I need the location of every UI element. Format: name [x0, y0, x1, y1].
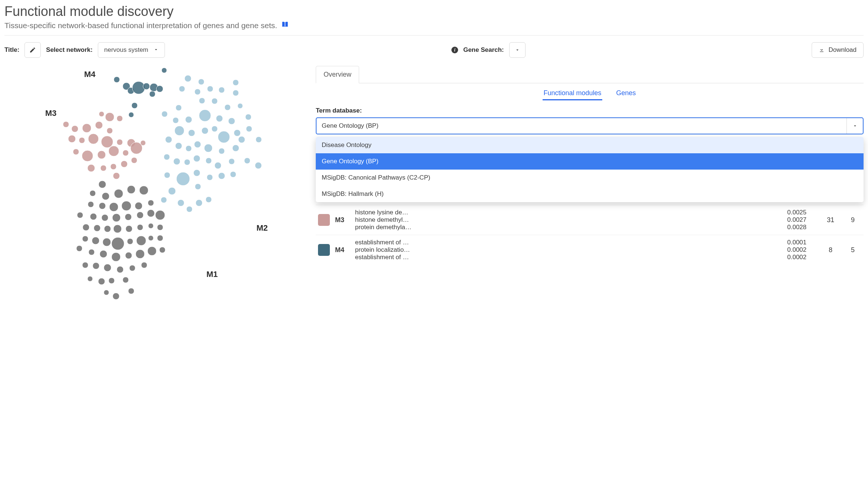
cluster-node[interactable]: [245, 114, 251, 120]
cluster-node[interactable]: [82, 150, 93, 161]
cluster-node[interactable]: [107, 128, 113, 134]
cluster-node[interactable]: [77, 212, 83, 218]
cluster-node[interactable]: [186, 206, 192, 212]
cluster-node[interactable]: [232, 145, 239, 151]
cluster-node[interactable]: [113, 173, 120, 179]
cluster-node[interactable]: [195, 89, 201, 95]
cluster-node[interactable]: [102, 214, 108, 221]
cluster-node[interactable]: [161, 197, 167, 203]
cluster-node[interactable]: [216, 115, 223, 122]
cluster-node[interactable]: [105, 113, 114, 121]
cluster-node[interactable]: [117, 266, 123, 273]
cluster-node[interactable]: [234, 130, 241, 136]
cluster-node[interactable]: [255, 162, 262, 169]
cluster-node[interactable]: [130, 142, 142, 154]
cluster-node[interactable]: [117, 116, 123, 121]
cluster-node[interactable]: [186, 146, 192, 151]
cluster-node[interactable]: [188, 130, 195, 136]
book-icon[interactable]: [281, 21, 289, 30]
cluster-node[interactable]: [238, 136, 245, 143]
cluster-node[interactable]: [157, 224, 163, 230]
cluster-node[interactable]: [157, 235, 163, 241]
cluster-node[interactable]: [185, 116, 192, 123]
cluster-node[interactable]: [79, 137, 85, 143]
term-database-chevron[interactable]: [847, 118, 863, 134]
cluster-node[interactable]: [88, 201, 94, 207]
cluster-node[interactable]: [114, 77, 120, 83]
cluster-node[interactable]: [206, 197, 212, 203]
cluster-node[interactable]: [112, 237, 124, 250]
cluster-node[interactable]: [110, 164, 116, 170]
cluster-node[interactable]: [113, 225, 122, 233]
cluster-node[interactable]: [99, 203, 106, 209]
cluster-node[interactable]: [123, 277, 129, 283]
cluster-node[interactable]: [93, 263, 99, 269]
cluster-node[interactable]: [104, 290, 109, 295]
cluster-node[interactable]: [204, 144, 212, 152]
cluster-node[interactable]: [101, 136, 113, 148]
cluster-node[interactable]: [82, 262, 88, 268]
cluster-node[interactable]: [132, 103, 138, 108]
cluster-node[interactable]: [212, 126, 218, 132]
cluster-node[interactable]: [121, 161, 127, 167]
cluster-node[interactable]: [109, 203, 118, 211]
cluster-node[interactable]: [100, 165, 106, 171]
cluster-node[interactable]: [127, 185, 135, 194]
edit-title-button[interactable]: [24, 42, 41, 58]
cluster-node[interactable]: [229, 158, 235, 164]
cluster-node[interactable]: [202, 127, 208, 134]
cluster-node[interactable]: [178, 200, 184, 206]
cluster-node[interactable]: [143, 83, 150, 90]
cluster-node[interactable]: [137, 212, 143, 218]
cluster-node[interactable]: [90, 190, 96, 196]
cluster-node[interactable]: [233, 80, 239, 86]
cluster-node[interactable]: [92, 237, 99, 244]
cluster-node[interactable]: [219, 87, 225, 93]
cluster-node[interactable]: [179, 86, 185, 92]
cluster-node[interactable]: [149, 91, 155, 97]
cluster-node[interactable]: [112, 214, 120, 222]
cluster-node[interactable]: [162, 111, 168, 117]
cluster-node[interactable]: [218, 173, 225, 179]
cluster-node[interactable]: [139, 186, 148, 195]
cluster-node[interactable]: [215, 162, 221, 169]
network-select[interactable]: nervous system: [98, 42, 165, 58]
cluster-node[interactable]: [89, 249, 95, 255]
cluster-node[interactable]: [218, 131, 230, 143]
cluster-node[interactable]: [82, 124, 91, 133]
subtab-genes[interactable]: Genes: [616, 87, 637, 100]
cluster-node[interactable]: [164, 154, 170, 160]
cluster-node[interactable]: [207, 174, 213, 180]
cluster-node[interactable]: [195, 184, 201, 190]
cluster-node[interactable]: [68, 135, 76, 143]
cluster-node[interactable]: [148, 223, 153, 228]
cluster-node[interactable]: [131, 157, 137, 163]
cluster-node[interactable]: [98, 278, 105, 285]
dropdown-option[interactable]: Gene Ontology (BP): [316, 153, 864, 170]
cluster-node[interactable]: [90, 213, 97, 220]
cluster-node[interactable]: [72, 126, 78, 132]
cluster-node[interactable]: [148, 200, 154, 206]
cluster-node[interactable]: [147, 210, 155, 217]
cluster-node[interactable]: [196, 200, 202, 206]
module-row[interactable]: M3histone lysine de…histone demethyl…pro…: [316, 205, 864, 235]
cluster-node[interactable]: [135, 202, 142, 210]
cluster-node[interactable]: [88, 134, 99, 144]
cluster-node[interactable]: [99, 111, 104, 117]
cluster-node[interactable]: [159, 247, 165, 253]
cluster-node[interactable]: [176, 105, 182, 111]
cluster-node[interactable]: [199, 110, 211, 121]
dropdown-option[interactable]: Disease Ontology: [316, 137, 864, 153]
cluster-node[interactable]: [123, 150, 129, 156]
cluster-node[interactable]: [83, 224, 89, 231]
cluster-node[interactable]: [168, 187, 176, 195]
cluster-node[interactable]: [193, 155, 200, 162]
cluster-node[interactable]: [193, 170, 200, 176]
cluster-node[interactable]: [230, 171, 236, 177]
cluster-node[interactable]: [225, 104, 231, 110]
dropdown-option[interactable]: MSigDB: Hallmark (H): [316, 186, 864, 202]
cluster-node[interactable]: [103, 238, 111, 246]
cluster-node[interactable]: [87, 276, 93, 281]
network-visualization[interactable]: M4 M3 M2 M1: [4, 66, 308, 314]
cluster-node[interactable]: [82, 236, 88, 242]
